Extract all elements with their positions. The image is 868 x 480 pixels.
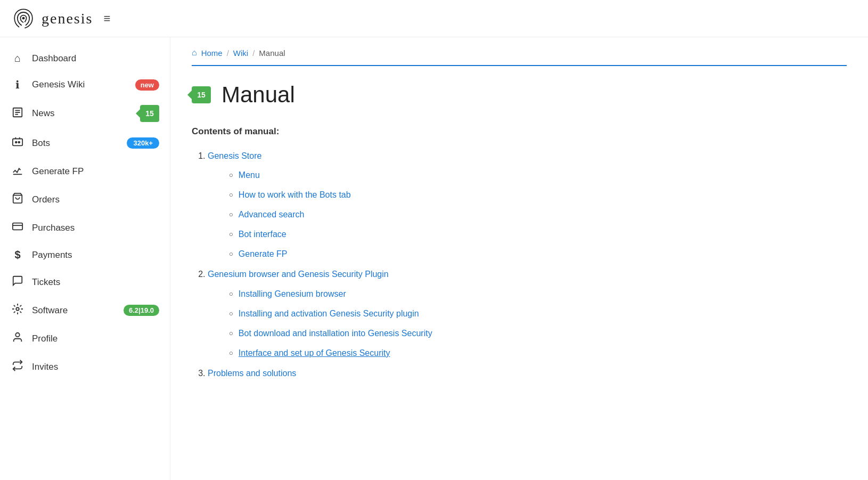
- badge-new: new: [135, 79, 159, 91]
- title-badge-15: 15: [192, 86, 211, 103]
- link-generate-fp[interactable]: Generate FP: [239, 247, 288, 262]
- svg-point-8: [15, 142, 17, 143]
- link-bot-download[interactable]: Bot download and installation into Genes…: [239, 326, 432, 341]
- toc-link-genesium[interactable]: Genesium browser and Genesis Security Pl…: [208, 270, 389, 279]
- link-installing-genesium[interactable]: Installing Genesium browser: [239, 287, 346, 302]
- sidebar-label-software: Software: [32, 305, 116, 316]
- toc-sub-item-advanced-search: Advanced search: [229, 207, 847, 223]
- sidebar-item-genesis-wiki[interactable]: ℹ Genesis Wiki new: [0, 71, 170, 98]
- badge-news-count: 15: [140, 105, 159, 122]
- tickets-icon: [11, 275, 24, 289]
- toc-sub-item-bot-download: Bot download and installation into Genes…: [229, 326, 847, 341]
- logo-area: genesis: [11, 6, 93, 31]
- sidebar-item-profile[interactable]: Profile: [0, 324, 170, 353]
- invites-icon: [11, 360, 24, 374]
- sidebar-label-generate-fp: Generate FP: [32, 166, 159, 177]
- toc-sub-item-generate-fp: Generate FP: [229, 247, 847, 262]
- sidebar-item-tickets[interactable]: Tickets: [0, 268, 170, 296]
- sidebar-label-purchases: Purchases: [32, 223, 159, 233]
- page-title: Manual: [222, 82, 295, 108]
- contents-heading: Contents of manual:: [192, 124, 847, 140]
- wiki-icon: ℹ: [11, 78, 24, 91]
- toc-item-1: Genesis Store Menu How to work with the …: [208, 149, 847, 262]
- main-layout: ⌂ Dashboard ℹ Genesis Wiki new News 15 B…: [0, 37, 868, 480]
- toc-sub-item-installing-activation: Installing and activation Genesis Securi…: [229, 306, 847, 322]
- svg-point-9: [18, 142, 20, 143]
- link-interface-setup[interactable]: Interface and set up of Genesis Security: [239, 346, 390, 361]
- sidebar-label-invites: Invites: [32, 362, 159, 372]
- profile-icon: [11, 331, 24, 346]
- toc-link-problems[interactable]: Problems and solutions: [208, 369, 296, 378]
- toc-item-3: Problems and solutions: [208, 366, 847, 381]
- link-bots-tab[interactable]: How to work with the Bots tab: [239, 188, 351, 203]
- breadcrumb-wiki[interactable]: Wiki: [233, 48, 248, 58]
- home-icon: ⌂: [192, 48, 197, 58]
- sidebar-label-orders: Orders: [32, 194, 159, 205]
- title-area: 15 Manual: [192, 82, 847, 108]
- sidebar-item-payments[interactable]: $ Payments: [0, 242, 170, 268]
- toc-sub-item-installing-genesium: Installing Genesium browser: [229, 287, 847, 302]
- sidebar-item-dashboard[interactable]: ⌂ Dashboard: [0, 45, 170, 71]
- manual-content: Contents of manual: Genesis Store Menu H…: [192, 124, 847, 381]
- sidebar-label-profile: Profile: [32, 333, 159, 344]
- toc-sub-2: Installing Genesium browser Installing a…: [229, 287, 847, 361]
- toc-sub-1: Menu How to work with the Bots tab Advan…: [229, 168, 847, 262]
- logo-text: genesis: [42, 10, 93, 27]
- toc-sub-item-bot-interface: Bot interface: [229, 227, 847, 242]
- svg-rect-5: [13, 139, 22, 146]
- toc-sub-item-bots-tab: How to work with the Bots tab: [229, 188, 847, 203]
- badge-bots-count: 320k+: [127, 137, 159, 149]
- main-content: ⌂ Home / Wiki / Manual 15 Manual Content…: [170, 37, 868, 480]
- link-bot-interface[interactable]: Bot interface: [239, 227, 286, 242]
- app-header: genesis ≡: [0, 0, 868, 37]
- sidebar-label-genesis-wiki: Genesis Wiki: [32, 79, 128, 90]
- news-icon: [11, 107, 24, 121]
- payments-icon: $: [11, 249, 24, 261]
- toc-link-genesis-store[interactable]: Genesis Store: [208, 151, 261, 160]
- sidebar-label-news: News: [32, 108, 133, 119]
- hamburger-menu[interactable]: ≡: [103, 12, 110, 26]
- sidebar: ⌂ Dashboard ℹ Genesis Wiki new News 15 B…: [0, 37, 170, 480]
- software-icon: [11, 303, 24, 318]
- toc-item-2: Genesium browser and Genesis Security Pl…: [208, 267, 847, 361]
- purchases-icon: [11, 221, 24, 235]
- toc-sub-item-interface-setup: Interface and set up of Genesis Security: [229, 346, 847, 361]
- breadcrumb: ⌂ Home / Wiki / Manual: [192, 48, 847, 66]
- sidebar-label-bots: Bots: [32, 138, 119, 149]
- badge-software: 6.2|19.0: [124, 305, 159, 316]
- breadcrumb-current: Manual: [259, 48, 285, 58]
- sidebar-item-news[interactable]: News 15: [0, 98, 170, 129]
- svg-point-0: [22, 17, 25, 19]
- svg-point-14: [16, 307, 19, 311]
- sidebar-item-bots[interactable]: Bots 320k+: [0, 129, 170, 157]
- sidebar-label-dashboard: Dashboard: [32, 53, 159, 64]
- sidebar-item-purchases[interactable]: Purchases: [0, 214, 170, 242]
- link-installing-activation[interactable]: Installing and activation Genesis Securi…: [239, 306, 419, 322]
- bots-icon: [11, 136, 24, 150]
- toc-sub-item-menu: Menu: [229, 168, 847, 183]
- link-advanced-search[interactable]: Advanced search: [239, 207, 305, 223]
- generate-fp-icon: [11, 164, 24, 178]
- breadcrumb-home[interactable]: Home: [201, 48, 223, 58]
- toc-list: Genesis Store Menu How to work with the …: [192, 149, 847, 382]
- sidebar-label-tickets: Tickets: [32, 277, 159, 288]
- dashboard-icon: ⌂: [11, 52, 24, 64]
- orders-icon: [11, 192, 24, 207]
- logo-icon: [11, 6, 36, 31]
- sidebar-item-orders[interactable]: Orders: [0, 185, 170, 214]
- link-menu[interactable]: Menu: [239, 168, 260, 183]
- svg-point-15: [15, 333, 19, 337]
- sidebar-item-generate-fp[interactable]: Generate FP: [0, 157, 170, 185]
- svg-rect-12: [13, 223, 22, 230]
- sidebar-item-invites[interactable]: Invites: [0, 353, 170, 381]
- sidebar-item-software[interactable]: Software 6.2|19.0: [0, 296, 170, 324]
- sidebar-label-payments: Payments: [32, 250, 159, 261]
